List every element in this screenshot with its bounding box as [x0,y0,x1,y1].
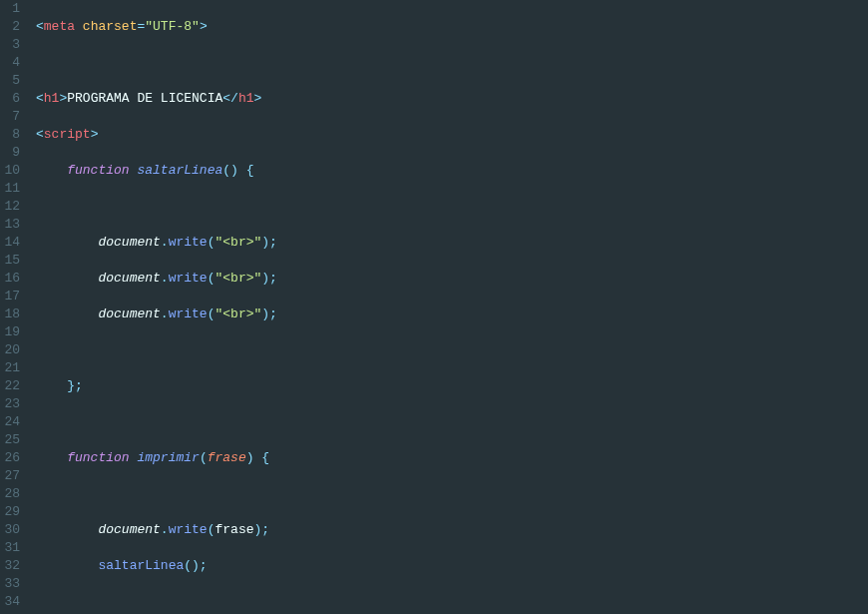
line-number: 8 [4,126,20,144]
line-number: 6 [4,90,20,108]
line-number: 28 [4,485,20,503]
line-number: 14 [4,234,20,252]
line-number: 9 [4,144,20,162]
line-number: 3 [4,36,20,54]
line-number-gutter: 1234567891011121314151617181920212223242… [0,0,28,614]
line-number: 22 [4,377,20,395]
line-number: 29 [4,503,20,521]
line-number: 20 [4,341,20,359]
line-number: 26 [4,449,20,467]
line-number: 19 [4,323,20,341]
line-number: 23 [4,395,20,413]
line-number: 5 [4,72,20,90]
line-number: 15 [4,252,20,270]
line-number: 25 [4,431,20,449]
line-number: 31 [4,539,20,557]
line-number: 34 [4,593,20,611]
line-number: 1 [4,0,20,18]
code-area[interactable]: <meta charset="UTF-8"> <h1>PROGRAMA DE L… [28,0,868,614]
code-editor[interactable]: 1234567891011121314151617181920212223242… [0,0,868,614]
line-number: 7 [4,108,20,126]
line-number: 12 [4,198,20,216]
line-number: 27 [4,467,20,485]
line-number: 10 [4,162,20,180]
line-number: 4 [4,54,20,72]
line-number: 33 [4,575,20,593]
line-number: 32 [4,557,20,575]
line-number: 18 [4,306,20,323]
line-number: 30 [4,521,20,539]
line-number: 13 [4,216,20,234]
line-number: 11 [4,180,20,198]
line-number: 16 [4,270,20,288]
line-number: 17 [4,288,20,306]
line-number: 21 [4,359,20,377]
line-number: 24 [4,413,20,431]
line-number: 2 [4,18,20,36]
